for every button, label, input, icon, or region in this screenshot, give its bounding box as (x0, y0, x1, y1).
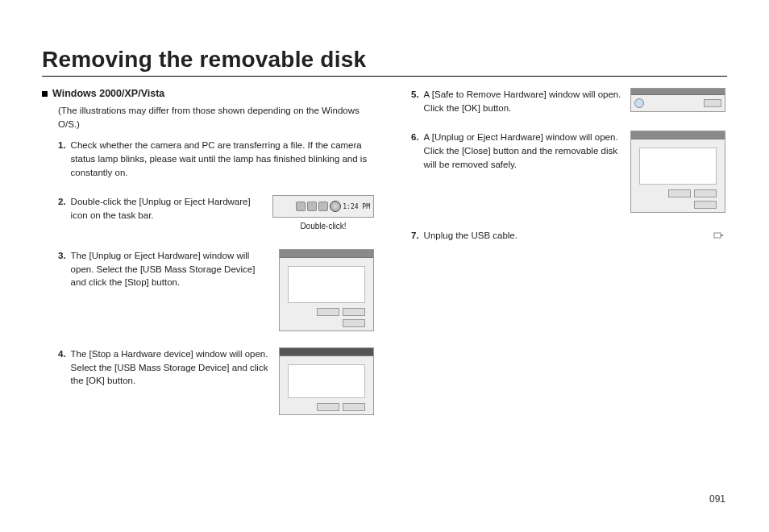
step-text: The [Stop a Hardware device] window will… (71, 347, 271, 388)
step-3: 3. The [Unplug or Eject Hardware] window… (58, 249, 374, 331)
step-text: Unplug the USB cable. (424, 229, 705, 243)
taskbar-thumbnail: 1:24 PM (272, 195, 374, 218)
unplug-hardware-icon (330, 201, 341, 212)
stop-hardware-dialog-thumbnail (279, 347, 374, 415)
page-number: 091 (709, 493, 725, 505)
safe-remove-dialog-thumbnail (630, 88, 725, 112)
usb-cable-icon (713, 229, 725, 242)
taskbar-clock: 1:24 PM (343, 202, 370, 212)
step-1: 1. Check whether the camera and PC are t… (58, 139, 374, 179)
step-text: Double-click the [Unplug or Eject Hardwa… (71, 195, 264, 222)
step-5: 5. A [Safe to Remove Hardware] window wi… (411, 88, 725, 114)
step-text: A [Safe to Remove Hardware] window will … (424, 88, 622, 114)
page-title: Removing the removable disk (42, 47, 727, 73)
tray-icon (296, 202, 306, 211)
svg-rect-1 (721, 235, 723, 236)
step-2: 2. Double-click the [Unplug or Eject Har… (58, 195, 374, 233)
step-number: 5. (411, 88, 419, 102)
step-7: 7. Unplug the USB cable. (411, 229, 725, 243)
section-heading: Windows 2000/XP/Vista (42, 88, 374, 99)
unplug-hardware-dialog-thumbnail (279, 249, 374, 331)
step-number: 7. (411, 229, 419, 243)
step-number: 1. (58, 139, 66, 152)
step-4: 4. The [Stop a Hardware device] window w… (58, 347, 374, 415)
info-icon (634, 98, 644, 108)
svg-rect-0 (714, 233, 721, 238)
title-rule (42, 76, 727, 77)
step-text: The [Unplug or Eject Hardware] window wi… (71, 249, 271, 289)
bullet-square-icon (42, 91, 48, 97)
section-intro: (The illustrations may differ from those… (58, 104, 374, 131)
step-number: 6. (411, 131, 419, 144)
section-heading-text: Windows 2000/XP/Vista (52, 88, 164, 99)
step-text: A [Unplug or Eject Hardware] window will… (424, 131, 622, 171)
taskbar-caption: Double-click! (272, 221, 374, 233)
step-number: 4. (58, 347, 66, 361)
step-6: 6. A [Unplug or Eject Hardware] window w… (411, 131, 725, 213)
step-number: 3. (58, 249, 66, 263)
step-text: Check whether the camera and PC are tran… (71, 139, 374, 179)
tray-icon (318, 202, 328, 211)
step-number: 2. (58, 195, 66, 209)
unplug-hardware-close-dialog-thumbnail (630, 131, 725, 213)
tray-icon (307, 202, 317, 211)
